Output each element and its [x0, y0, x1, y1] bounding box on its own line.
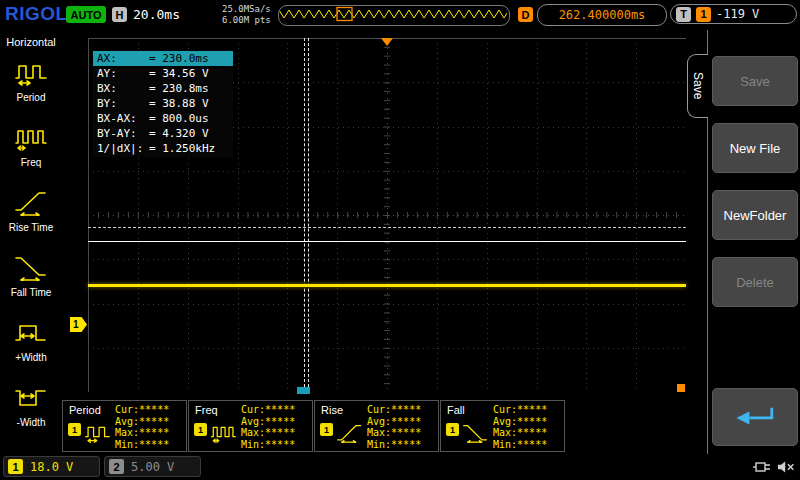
plus-width-icon [13, 318, 49, 346]
sidebar-item-minus-width[interactable]: -Width [0, 383, 62, 428]
trigger-source-badge: 1 [696, 7, 711, 22]
oscilloscope-screen: RIGOL AUTO H 20.0ms 25.0MSa/s 6.00M pts … [0, 0, 800, 480]
fall-time-icon [13, 253, 49, 281]
measurement-label: Freq [195, 404, 218, 416]
sidebar-item-label: Period [0, 92, 62, 103]
sample-rate: 25.0MSa/s [222, 4, 271, 15]
channel-badge: 1 [446, 423, 459, 436]
rise-time-icon [336, 421, 363, 447]
sidebar-item-label: Freq [0, 157, 62, 168]
back-button[interactable] [712, 388, 798, 446]
save-button[interactable]: Save [712, 56, 798, 106]
channel-badge: 1 [320, 423, 333, 436]
bottom-status-bar: 1 18.0 V 2 5.00 V [0, 454, 800, 480]
memory-depth: 6.00M pts [222, 15, 271, 26]
period-icon [13, 58, 49, 86]
channel2-status[interactable]: 2 5.00 V [104, 456, 201, 477]
sidebar-item-label: Fall Time [0, 287, 62, 298]
left-measure-menu: Horizontal Period Freq Rise Time [0, 30, 62, 454]
usb-icon [752, 461, 772, 473]
window-position-marker [337, 8, 352, 21]
period-icon [84, 421, 111, 447]
rise-time-icon [13, 188, 49, 216]
sidebar-item-freq[interactable]: Freq [0, 123, 62, 168]
trigger-position-marker[interactable] [381, 38, 393, 46]
cursor-row-byay: BY-AY:= 4.320 V [93, 126, 233, 141]
cursor-readout-panel: AX:= 230.0ms AY:= 34.56 V BX:= 230.8ms B… [93, 50, 233, 157]
channel1-badge: 1 [8, 459, 23, 474]
measurement-values: Cur:***** Avg:***** Max:***** Min:***** [367, 404, 421, 450]
top-bar: RIGOL AUTO H 20.0ms 25.0MSa/s 6.00M pts … [0, 0, 800, 30]
freq-icon [13, 123, 49, 151]
menu-tab-save: Save [687, 54, 708, 118]
rigol-logo: RIGOL [5, 3, 68, 25]
cursor-row-inv-dx: 1/|dX|:= 1.250kHz [93, 141, 233, 156]
measurement-label: Fall [447, 404, 465, 416]
acquire-status-badge: AUTO [66, 6, 106, 23]
measurement-box-period: Period 1 Cur:***** Avg:***** Max:***** M… [62, 400, 187, 452]
return-arrow-icon [727, 400, 783, 434]
measure-menu-title: Horizontal [0, 36, 62, 48]
sidebar-item-rise-time[interactable]: Rise Time [0, 188, 62, 233]
cursor-ay-line[interactable] [88, 241, 686, 242]
cursor-bx-line[interactable] [308, 38, 309, 392]
fall-time-icon [462, 421, 489, 447]
delete-button[interactable]: Delete [712, 257, 798, 307]
cursor-ab-tag [297, 387, 310, 394]
cursor-ax-line[interactable] [304, 38, 305, 392]
right-soft-menu: Save Save New File NewFolder Delete [686, 30, 800, 454]
cursor-row-bxax: BX-AX:= 800.0us [93, 111, 233, 126]
cursor-by-line[interactable] [88, 227, 686, 228]
measurement-box-freq: Freq 1 Cur:***** Avg:***** Max:***** Min… [188, 400, 313, 452]
channel1-scale: 18.0 V [30, 460, 73, 474]
channel1-trace [88, 284, 686, 287]
sidebar-item-label: -Width [0, 417, 62, 428]
sidebar-item-fall-time[interactable]: Fall Time [0, 253, 62, 298]
measurement-values: Cur:***** Avg:***** Max:***** Min:***** [115, 404, 169, 450]
cursor-row-bx: BX:= 230.8ms [93, 81, 233, 96]
measurement-box-rise: Rise 1 Cur:***** Avg:***** Max:***** Min… [314, 400, 439, 452]
preview-waveform-icon [279, 6, 507, 23]
sidebar-item-label: Rise Time [0, 222, 62, 233]
channel2-badge: 2 [109, 459, 124, 474]
sidebar-item-period[interactable]: Period [0, 58, 62, 103]
channel1-status[interactable]: 1 18.0 V [3, 456, 100, 477]
cursor-row-ax: AX:= 230.0ms [93, 51, 233, 66]
horizontal-scale-group[interactable]: H 20.0ms [112, 7, 180, 22]
trigger-level-value: -119 V [716, 7, 759, 21]
channel-badge: 1 [68, 423, 81, 436]
new-folder-button[interactable]: NewFolder [712, 190, 798, 240]
trigger-info-group[interactable]: T 1 -119 V [670, 4, 797, 24]
graticule: AX:= 230.0ms AY:= 34.56 V BX:= 230.8ms B… [88, 38, 686, 392]
delay-value: 262.400000ms [537, 4, 667, 26]
sample-rate-block: 25.0MSa/s 6.00M pts [222, 4, 271, 26]
cursor-row-by: BY:= 38.88 V [93, 96, 233, 111]
timebase-value: 20.0ms [133, 7, 180, 22]
freq-icon [210, 421, 237, 447]
channel2-scale: 5.00 V [131, 460, 174, 474]
minus-width-icon [13, 383, 49, 411]
trigger-level-marker[interactable] [677, 384, 685, 392]
new-file-button[interactable]: New File [712, 123, 798, 173]
trigger-badge: T [676, 7, 691, 22]
measurement-values: Cur:***** Avg:***** Max:***** Min:***** [241, 404, 295, 450]
cursor-row-ay: AY:= 34.56 V [93, 66, 233, 81]
speaker-muted-icon [777, 460, 797, 474]
channel1-position-marker[interactable]: 1 [70, 317, 87, 332]
channel-badge: 1 [194, 423, 207, 436]
measurement-label: Rise [321, 404, 343, 416]
h-badge: H [112, 7, 127, 22]
sidebar-item-plus-width[interactable]: +Width [0, 318, 62, 363]
memory-waveform-preview[interactable] [278, 5, 510, 26]
measurement-values: Cur:***** Avg:***** Max:***** Min:***** [493, 404, 547, 450]
sidebar-item-label: +Width [0, 352, 62, 363]
measurement-label: Period [69, 404, 101, 416]
delay-badge: D [518, 7, 533, 22]
measurement-box-fall: Fall 1 Cur:***** Avg:***** Max:***** Min… [440, 400, 565, 452]
